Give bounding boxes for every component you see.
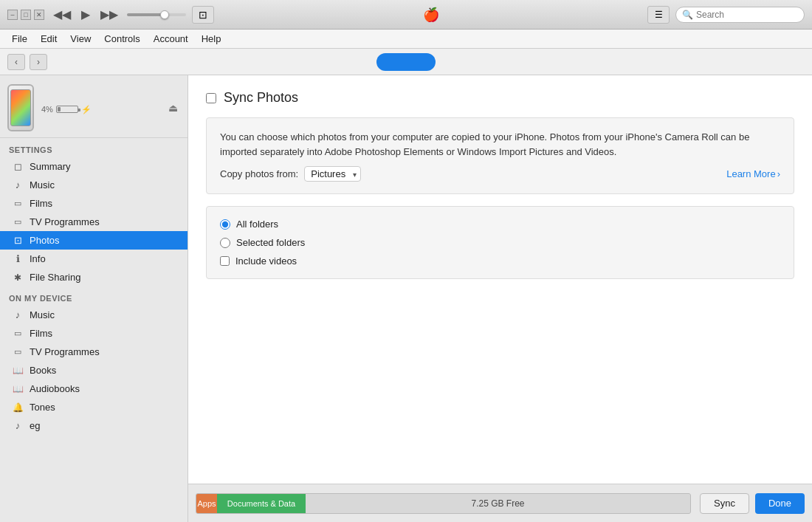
eject-button[interactable]: ⏏ xyxy=(165,100,180,115)
device-icon xyxy=(7,84,34,131)
titlebar-left: – □ ✕ ◀◀ ▶ ▶▶ ⊡ xyxy=(7,6,214,24)
music-icon: ♪ xyxy=(12,179,24,190)
on-my-device-section-label: On My Device xyxy=(0,286,187,306)
include-videos-checkbox[interactable] xyxy=(220,256,230,266)
device-info: 4% ⚡ xyxy=(41,102,158,114)
learn-more-link[interactable]: Learn More › xyxy=(726,168,780,179)
search-icon: 🔍 xyxy=(682,10,693,20)
sidebar-item-books-device[interactable]: 📖 Books xyxy=(0,361,187,380)
apps-label: Apps xyxy=(197,499,216,508)
sidebar-item-tv-device[interactable]: ▭ TV Programmes xyxy=(0,343,187,361)
rewind-button[interactable]: ◀◀ xyxy=(50,6,74,23)
sidebar-item-label: TV Programmes xyxy=(30,216,100,227)
menu-help[interactable]: Help xyxy=(196,32,227,46)
menubar: File Edit View Controls Account Help xyxy=(0,30,812,49)
apple-logo: 🍎 xyxy=(423,7,439,23)
sidebar-item-audiobooks-device[interactable]: 📖 Audiobooks xyxy=(0,380,187,398)
info-text: You can choose which photos from your co… xyxy=(220,130,780,159)
sidebar-item-photos[interactable]: ⊡ Photos xyxy=(0,231,187,250)
copy-row: Copy photos from: Pictures ▾ Learn More … xyxy=(220,166,780,182)
options-box: All folders Selected folders Include vid… xyxy=(206,206,794,279)
content-inner: Sync Photos You can choose which photos … xyxy=(188,75,812,484)
settings-section-label: Settings xyxy=(0,138,187,157)
sidebar-item-label: Photos xyxy=(30,235,59,246)
sidebar-item-label: Audiobooks xyxy=(30,383,80,394)
sidebar-item-music[interactable]: ♪ Music xyxy=(0,176,187,194)
sidebar-item-films-device[interactable]: ▭ Films xyxy=(0,324,187,343)
sidebar-item-label: eg xyxy=(30,420,40,431)
sidebar-item-label: TV Programmes xyxy=(30,346,100,357)
menu-account[interactable]: Account xyxy=(148,32,194,46)
sidebar-item-label: File Sharing xyxy=(30,272,80,283)
playback-controls: ◀◀ ▶ ▶▶ xyxy=(50,6,121,23)
list-view-button[interactable]: ☰ xyxy=(647,6,670,24)
airplay-button[interactable]: ⊡ xyxy=(192,6,214,24)
airplay-icon: ⊡ xyxy=(199,9,207,21)
learn-more-chevron-icon: › xyxy=(777,168,780,179)
menu-view[interactable]: View xyxy=(64,32,97,46)
bottom-actions: Sync Done xyxy=(700,493,805,514)
sidebar-item-info[interactable]: ℹ Info xyxy=(0,250,187,268)
fast-forward-button[interactable]: ▶▶ xyxy=(97,6,121,23)
play-button[interactable]: ▶ xyxy=(78,6,93,23)
info-box: You can choose which photos from your co… xyxy=(206,117,794,194)
sidebar-item-summary[interactable]: ◻ Summary xyxy=(0,157,187,176)
sidebar-item-label: Books xyxy=(30,365,56,376)
tones-device-icon: 🔔 xyxy=(12,402,24,413)
menu-edit[interactable]: Edit xyxy=(35,32,63,46)
list-view-icon: ☰ xyxy=(655,10,663,20)
search-box[interactable]: 🔍 xyxy=(675,7,805,23)
sync-button[interactable]: Sync xyxy=(700,493,749,514)
docs-label: Documents & Data xyxy=(227,499,295,508)
sync-photos-checkbox[interactable] xyxy=(206,93,216,103)
volume-knob xyxy=(160,10,169,19)
tv-device-icon: ▭ xyxy=(12,347,24,357)
films-device-icon: ▭ xyxy=(12,329,24,338)
copy-select-wrapper: Pictures ▾ xyxy=(304,166,361,182)
selected-folders-radio[interactable] xyxy=(220,238,230,248)
volume-slider[interactable] xyxy=(127,13,186,16)
restore-button[interactable]: □ xyxy=(21,10,31,20)
forward-button[interactable]: › xyxy=(30,54,47,70)
info-icon: ℹ xyxy=(12,253,24,264)
titlebar-right: ☰ 🔍 xyxy=(647,6,805,24)
free-storage: 7.25 GB Free xyxy=(306,494,690,513)
window-buttons: – □ ✕ xyxy=(7,10,44,20)
photos-icon: ⊡ xyxy=(12,235,24,246)
storage-bar: Apps Documents & Data 7.25 GB Free xyxy=(196,493,691,514)
device-screen xyxy=(10,89,31,126)
sidebar-item-music-device[interactable]: ♪ Music xyxy=(0,306,187,324)
sidebar-item-label: Music xyxy=(30,179,55,190)
battery-row: 4% ⚡ xyxy=(41,105,158,114)
menu-file[interactable]: File xyxy=(6,32,33,46)
battery-tip xyxy=(78,109,80,111)
sidebar-item-file-sharing[interactable]: ✱ File Sharing xyxy=(0,268,187,286)
selected-folders-row: Selected folders xyxy=(220,237,780,248)
copy-photos-select[interactable]: Pictures xyxy=(304,166,361,182)
minimize-button[interactable]: – xyxy=(7,10,18,20)
close-button[interactable]: ✕ xyxy=(34,10,44,20)
device-header: 4% ⚡ ⏏ xyxy=(0,75,187,138)
music-device-icon: ♪ xyxy=(12,309,24,320)
include-videos-label: Include videos xyxy=(235,255,297,267)
done-button[interactable]: Done xyxy=(755,493,805,514)
selected-folders-label: Selected folders xyxy=(236,237,305,248)
sidebar-item-tv-programmes[interactable]: ▭ TV Programmes xyxy=(0,213,187,231)
sidebar-item-label: Music xyxy=(30,309,55,320)
sidebar-item-label: Summary xyxy=(30,161,71,172)
sidebar-item-films[interactable]: ▭ Films xyxy=(0,194,187,213)
back-button[interactable]: ‹ xyxy=(7,54,25,70)
search-input[interactable] xyxy=(696,10,798,20)
sidebar-item-label: Tones xyxy=(30,402,55,413)
sidebar-item-tones-device[interactable]: 🔔 Tones xyxy=(0,398,187,416)
sidebar-item-label: Films xyxy=(30,328,52,339)
sync-photos-header: Sync Photos xyxy=(206,90,794,106)
sidebar-item-eg-device[interactable]: ♪ eg xyxy=(0,416,187,435)
include-videos-row: Include videos xyxy=(220,255,780,267)
sync-nav-button[interactable] xyxy=(376,53,436,71)
all-folders-radio[interactable] xyxy=(220,219,230,230)
menu-controls[interactable]: Controls xyxy=(98,32,145,46)
file-sharing-icon: ✱ xyxy=(12,272,24,283)
charge-icon: ⚡ xyxy=(81,105,92,114)
main-area: 4% ⚡ ⏏ Settings ◻ Summary ♪ Music ▭ Film… xyxy=(0,75,812,522)
